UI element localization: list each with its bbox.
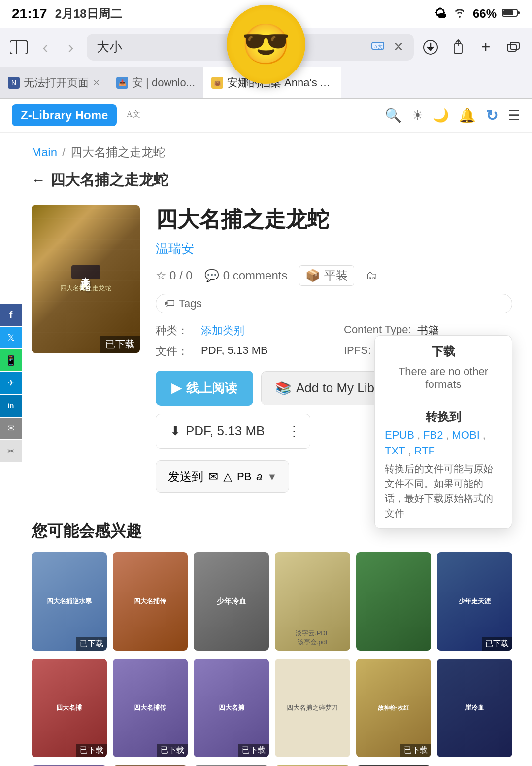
downloaded-9: 已下载 — [238, 744, 269, 757]
status-time: 21:17 — [12, 6, 47, 22]
book-thumb-3[interactable]: 少年冷血 — [194, 552, 269, 651]
epub-link[interactable]: EPUB — [385, 429, 414, 442]
archive-icon: 🗂 — [366, 269, 378, 282]
zlibrary-home-badge[interactable]: Z-Library Home — [12, 104, 117, 126]
book-author[interactable]: 温瑞安 — [156, 240, 194, 257]
book-thumb-8[interactable]: 四大名捕传 已下载 — [113, 659, 188, 757]
format-dropdown-popup: 下载 There are no other formats 转换到 EPUB ,… — [374, 335, 512, 529]
book-thumb-11[interactable]: 故神枪·枚红 已下载 — [356, 659, 432, 757]
back-arrow-icon[interactable]: ← — [32, 173, 45, 188]
tab-2[interactable]: 📥 安 | downlo... — [108, 67, 203, 98]
downloaded-11: 已下载 — [400, 744, 431, 757]
svg-text:A文: A文 — [374, 44, 382, 49]
forward-button[interactable]: › — [61, 37, 81, 57]
cover-text: 走龙蛇 四大名捕之走龙蛇 — [32, 205, 140, 353]
play-icon: ▶ — [171, 381, 181, 396]
svg-rect-9 — [507, 44, 516, 51]
send-to-button[interactable]: 发送到 ✉ △ PB a ▼ — [156, 460, 289, 493]
downloaded-badge: 已下载 — [100, 336, 140, 353]
file-size-label: 文件： — [156, 344, 195, 359]
email-share-button[interactable]: ✉ — [0, 418, 22, 439]
cloud-icon: △ — [223, 470, 232, 484]
search-icon[interactable]: 🔍 — [385, 107, 402, 124]
read-online-button[interactable]: ▶ 线上阅读 — [156, 371, 253, 406]
dropdown-convert-section: 转换到 EPUB , FB2 , MOBI , TXT , RTF 转换后的文件… — [375, 401, 512, 528]
twitter-icon: 𝕏 — [7, 332, 15, 343]
tab-1[interactable]: N 无法打开页面 ✕ — [0, 67, 108, 98]
mobi-link[interactable]: MOBI — [452, 429, 480, 442]
book-icon: 📦 — [305, 269, 320, 282]
svg-rect-3 — [10, 40, 28, 54]
emoji-overlay: 😎 — [227, 5, 305, 84]
book-thumb-1[interactable]: 四大名捕逆水寒 已下载 — [32, 552, 107, 651]
book-thumb-6[interactable]: 少年走天涯 已下载 — [437, 552, 512, 651]
book-thumb-12[interactable]: 崖冷血 — [437, 659, 512, 757]
svg-text:A文: A文 — [127, 110, 140, 118]
download-icon: ⬇ — [170, 423, 181, 439]
book-thumb-10[interactable]: 四大名捕之碎梦刀 — [275, 659, 350, 757]
status-icons: 🌤 66% — [434, 7, 520, 21]
brightness-icon[interactable]: ☀ — [412, 108, 423, 123]
book-thumb-9[interactable]: 四大名捕 已下载 — [194, 659, 269, 757]
book-meta-row: ☆ 0 / 0 💬 0 comments 📦 平装 🗂 — [156, 265, 512, 286]
telegram-icon: ✈ — [7, 378, 15, 388]
whatsapp-icon: 📱 — [5, 354, 17, 366]
pb-label: PB — [237, 470, 251, 483]
menu-icon[interactable]: ☰ — [508, 107, 520, 124]
moon-icon[interactable]: 🌙 — [433, 108, 449, 123]
tag-icon: 🏷 — [164, 297, 175, 310]
tabs-icon[interactable] — [502, 36, 524, 58]
txt-link[interactable]: TXT — [385, 445, 405, 457]
sidebar-toggle-button[interactable] — [8, 36, 30, 58]
book-thumb-4[interactable]: 淡字云.PDF该亭会.pdf — [275, 552, 350, 651]
address-text: 大小 — [97, 38, 122, 56]
tags-button[interactable]: 🏷 Tags — [156, 294, 512, 313]
download-toolbar-icon[interactable] — [420, 36, 441, 58]
add-category-link[interactable]: 添加类别 — [201, 323, 244, 338]
breadcrumb-main[interactable]: Main — [32, 145, 57, 159]
cover-title: 走龙蛇 — [79, 269, 93, 275]
send-label: 发送到 — [168, 469, 203, 485]
star-rating[interactable]: ☆ 0 / 0 — [156, 269, 193, 282]
send-dropdown-arrow[interactable]: ▼ — [267, 471, 277, 483]
book-cover-image: 走龙蛇 四大名捕之走龙蛇 — [32, 205, 140, 353]
books-grid-row1: 四大名捕逆水寒 已下载 四大名捕传 少年冷血 淡字云.PDF该亭会.pdf 少年… — [32, 552, 512, 651]
no-other-formats-text: There are no other formats — [385, 363, 502, 393]
book-thumb-5[interactable] — [356, 552, 432, 651]
library-icon: 📚 — [275, 381, 291, 396]
linkedin-share-button[interactable]: in — [0, 395, 22, 417]
back-button[interactable]: ‹ — [35, 37, 55, 57]
tab-1-close[interactable]: ✕ — [93, 77, 100, 88]
rtf-link[interactable]: RTF — [414, 445, 435, 457]
tab-2-title: 安 | downlo... — [132, 75, 195, 90]
twitter-share-button[interactable]: 𝕏 — [0, 327, 22, 348]
email-icon: ✉ — [7, 423, 15, 434]
share-toolbar-icon[interactable] — [447, 36, 469, 58]
dropdown-download-section: 下载 There are no other formats — [375, 336, 512, 401]
tab-1-title: 无法打开页面 — [24, 75, 89, 90]
close-icon[interactable]: ✕ — [393, 39, 404, 55]
downloaded-6: 已下载 — [482, 637, 512, 651]
book-thumb-2[interactable]: 四大名捕传 — [113, 552, 188, 651]
more-options-button[interactable]: ⋮ — [278, 414, 310, 448]
format-label: 平装 — [324, 268, 348, 283]
book-thumb-7[interactable]: 四大名捕 已下载 — [32, 659, 107, 757]
whatsapp-share-button[interactable]: 📱 — [0, 349, 22, 371]
download-label: PDF, 5.13 MB — [186, 423, 265, 439]
downloaded-7: 已下载 — [76, 744, 107, 757]
downloaded-8: 已下载 — [157, 744, 188, 757]
comments-button[interactable]: 💬 0 comments — [204, 269, 288, 282]
fb2-link[interactable]: FB2 — [423, 429, 443, 442]
new-tab-icon[interactable]: + — [475, 36, 497, 58]
refresh-icon[interactable]: ↻ — [486, 107, 498, 124]
translate-icon[interactable]: A文 — [371, 40, 385, 54]
file-size-value: PDF, 5.13 MB — [201, 344, 268, 359]
emoji-face: 😎 — [241, 21, 291, 68]
download-button[interactable]: ⬇ PDF, 5.13 MB — [156, 414, 278, 448]
svg-rect-2 — [518, 11, 520, 14]
facebook-share-button[interactable]: f — [0, 304, 22, 326]
clip-button[interactable]: ✂ — [0, 440, 22, 462]
svg-rect-10 — [510, 42, 519, 49]
telegram-share-button[interactable]: ✈ — [0, 372, 22, 394]
notification-icon[interactable]: 🔔 — [459, 107, 476, 124]
